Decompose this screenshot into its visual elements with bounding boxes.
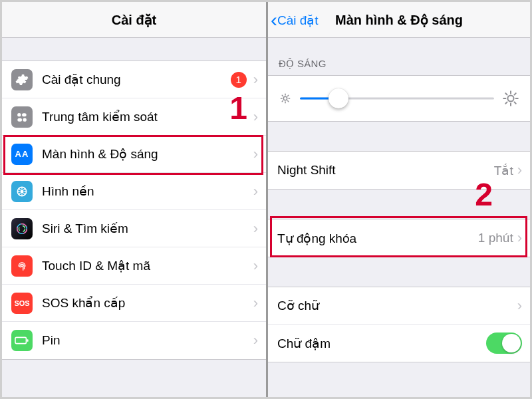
row-label: Chữ đậm <box>277 336 486 351</box>
row-label: Siri & Tìm kiếm <box>42 221 253 236</box>
chevron-right-icon: › <box>253 220 258 237</box>
row-label: Hình nền <box>42 184 253 199</box>
row-label: Pin <box>42 333 253 348</box>
bold-text-toggle[interactable] <box>486 332 522 354</box>
svg-rect-9 <box>15 337 26 343</box>
spacer <box>2 38 266 61</box>
svg-point-3 <box>23 118 27 121</box>
svg-point-11 <box>283 96 287 100</box>
control-center-icon <box>11 106 33 128</box>
settings-title: Cài đặt <box>112 12 157 28</box>
row-label: Tự động khóa <box>277 231 478 246</box>
brightness-slider[interactable] <box>300 88 494 108</box>
row-value: 1 phút <box>478 231 513 245</box>
row-siri[interactable]: Siri & Tìm kiếm › <box>2 210 266 247</box>
brightness-high-icon <box>502 90 519 107</box>
spacer <box>268 257 530 287</box>
chevron-right-icon: › <box>253 332 258 349</box>
sos-icon: SOS <box>11 293 33 314</box>
chevron-right-icon: › <box>253 257 258 275</box>
row-night-shift[interactable]: Night Shift Tắt › <box>268 152 530 189</box>
spacer <box>268 122 530 151</box>
tutorial-frame: Cài đặt Cài đặt chung 1 › Trung tâm kiểm… <box>0 0 532 399</box>
row-label: SOS khẩn cấp <box>42 295 253 311</box>
chevron-right-icon: › <box>517 297 522 315</box>
row-label: Trung tâm kiểm soát <box>42 109 253 124</box>
row-wallpaper[interactable]: Hình nền › <box>2 173 266 210</box>
display-title: Màn hình & Độ sáng <box>335 12 463 28</box>
svg-point-12 <box>507 95 513 101</box>
chevron-right-icon: › <box>517 229 522 247</box>
brightness-section-header: ĐỘ SÁNG <box>268 38 530 75</box>
chevron-right-icon: › <box>253 146 258 163</box>
back-button[interactable]: ‹ Cài đặt <box>271 2 319 38</box>
chevron-right-icon: › <box>253 183 258 200</box>
toggle-knob <box>502 334 521 352</box>
chevron-right-icon: › <box>253 71 258 88</box>
row-bold-text[interactable]: Chữ đậm <box>268 325 530 362</box>
row-display-brightness[interactable]: AA Màn hình & Độ sáng › <box>2 136 266 173</box>
svg-point-0 <box>17 113 21 116</box>
svg-rect-2 <box>17 118 22 121</box>
row-auto-lock[interactable]: Tự động khóa 1 phút › <box>268 219 530 257</box>
row-control-center[interactable]: Trung tâm kiểm soát › <box>2 98 266 136</box>
brightness-low-icon <box>279 92 292 105</box>
row-label: Touch ID & Mật mã <box>42 258 253 273</box>
row-label: Màn hình & Độ sáng <box>42 146 253 162</box>
row-label: Cỡ chữ <box>277 298 517 313</box>
notification-badge: 1 <box>231 72 247 88</box>
display-header: ‹ Cài đặt Màn hình & Độ sáng <box>268 2 530 38</box>
settings-pane: Cài đặt Cài đặt chung 1 › Trung tâm kiểm… <box>2 2 268 397</box>
svg-point-8 <box>19 225 25 231</box>
brightness-slider-row <box>268 75 530 122</box>
night-shift-group: Night Shift Tắt › <box>268 151 530 190</box>
row-sos[interactable]: SOS SOS khẩn cấp › <box>2 285 266 322</box>
row-label: Cài đặt chung <box>42 72 231 87</box>
gear-icon <box>11 69 33 90</box>
svg-point-5 <box>21 190 24 193</box>
auto-lock-group: Tự động khóa 1 phút › <box>268 219 530 257</box>
settings-header: Cài đặt <box>2 2 266 38</box>
wallpaper-icon <box>11 181 33 202</box>
slider-knob[interactable] <box>329 88 348 108</box>
chevron-right-icon: › <box>253 295 258 312</box>
battery-icon <box>11 330 33 351</box>
chevron-right-icon: › <box>517 162 522 179</box>
chevron-left-icon: ‹ <box>271 10 277 30</box>
display-icon: AA <box>11 144 33 165</box>
settings-list: Cài đặt chung 1 › Trung tâm kiểm soát › … <box>2 61 266 360</box>
row-value: Tắt <box>494 163 513 178</box>
back-label: Cài đặt <box>277 13 319 28</box>
svg-rect-1 <box>22 113 27 116</box>
row-touchid[interactable]: Touch ID & Mật mã › <box>2 247 266 285</box>
row-label: Night Shift <box>277 163 494 178</box>
fingerprint-icon <box>11 255 33 277</box>
spacer <box>268 190 530 219</box>
svg-rect-10 <box>27 339 28 342</box>
row-text-size[interactable]: Cỡ chữ › <box>268 287 530 325</box>
text-group: Cỡ chữ › Chữ đậm <box>268 287 530 362</box>
siri-icon <box>11 218 33 239</box>
row-general[interactable]: Cài đặt chung 1 › <box>2 61 266 98</box>
chevron-right-icon: › <box>253 108 258 126</box>
row-battery[interactable]: Pin › <box>2 322 266 359</box>
display-brightness-pane: ‹ Cài đặt Màn hình & Độ sáng ĐỘ SÁNG Nig… <box>268 2 530 397</box>
